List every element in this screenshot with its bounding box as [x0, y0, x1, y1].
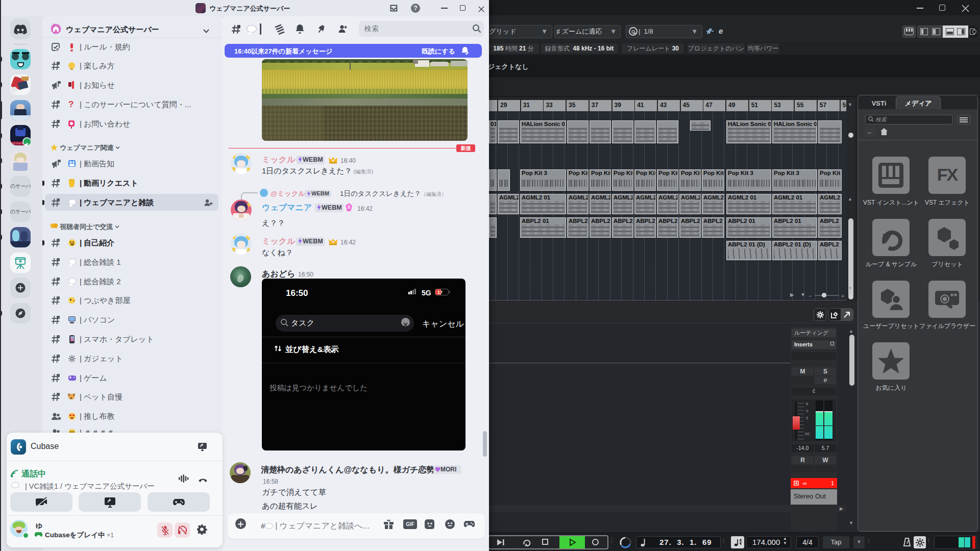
- svg-text:Q: Q: [631, 29, 635, 34]
